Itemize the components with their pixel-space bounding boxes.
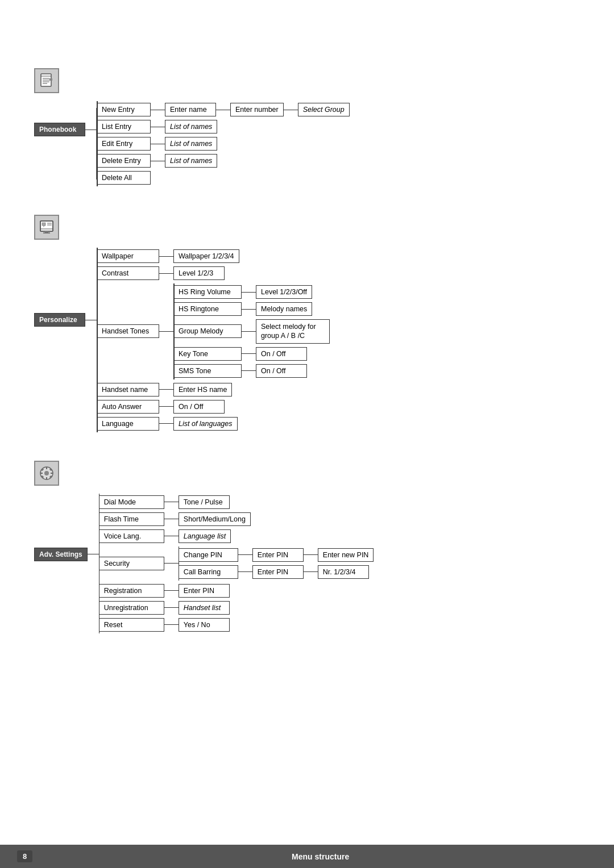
key-tone-node: Key Tone: [173, 347, 242, 361]
adv-settings-root-label: Adv. Settings: [34, 548, 88, 561]
phonebook-section: Phonebook New Entry Enter name Enter num…: [34, 68, 580, 186]
registration-enter-pin-node: Enter PIN: [179, 584, 230, 598]
nr-1234-node: Nr. 1/2/3/4: [318, 565, 369, 579]
voice-lang-node: Voice Lang.: [99, 529, 164, 543]
svg-rect-6: [49, 78, 52, 81]
change-pin-node: Change PIN: [179, 548, 238, 562]
sms-tone-node: SMS Tone: [173, 364, 242, 378]
contrast-node: Contrast: [97, 266, 159, 280]
enter-number-node: Enter number: [230, 103, 284, 116]
wallpaper-levels-node: Wallpaper 1/2/3/4: [173, 249, 239, 263]
edit-entry-node: Edit Entry: [97, 137, 151, 151]
auto-answer-onoff-node: On / Off: [173, 400, 225, 414]
wallpaper-node: Wallpaper: [97, 249, 159, 263]
svg-rect-8: [40, 221, 53, 231]
melody-names-node: Melody names: [256, 302, 312, 316]
svg-rect-20: [46, 477, 47, 479]
page-container: Phonebook New Entry Enter name Enter num…: [0, 0, 614, 696]
contrast-level-node: Level 1/2/3: [173, 266, 225, 280]
delete-entry-node: Delete Entry: [97, 154, 151, 168]
list-entry-names-node: List of names: [165, 120, 217, 133]
flash-time-node: Flash Time: [99, 512, 164, 526]
handset-list-node: Handset list: [179, 601, 230, 615]
edit-entry-names-node: List of names: [165, 137, 217, 151]
svg-text:P: P: [43, 225, 45, 228]
personalize-section: P Personalize Wallpaper Wallpaper 1/2/3/…: [34, 215, 580, 432]
select-melody-node: Select melody for group A / B /C: [256, 319, 330, 344]
hs-ring-volume-node: HS Ring Volume: [173, 285, 242, 299]
call-barring-enter-node: Enter PIN: [252, 565, 304, 579]
registration-node: Registration: [99, 584, 164, 598]
key-tone-onoff-node: On / Off: [256, 347, 307, 361]
phonebook-icon: [34, 68, 59, 93]
security-node: Security: [99, 557, 164, 570]
enter-name-node: Enter name: [165, 103, 216, 116]
svg-rect-22: [51, 473, 53, 474]
personalize-root-label: Personalize: [34, 313, 85, 327]
list-languages-node: List of languages: [173, 417, 238, 431]
new-entry-node: New Entry: [97, 103, 151, 116]
handset-name-node: Handset name: [97, 383, 159, 397]
call-barring-node: Call Barring: [179, 565, 238, 579]
language-list-node: Language list: [179, 529, 231, 543]
handset-tones-node: Handset Tones: [97, 324, 159, 338]
list-entry-node: List Entry: [97, 120, 151, 133]
hs-ring-level-node: Level 1/2/3/Off: [256, 285, 312, 299]
svg-rect-19: [46, 467, 47, 469]
short-medium-long-node: Short/Medium/Long: [179, 512, 251, 526]
hs-ringtone-node: HS Ringtone: [173, 302, 242, 316]
delete-all-node: Delete All: [97, 171, 151, 185]
sms-tone-onoff-node: On / Off: [256, 364, 307, 378]
reset-node: Reset: [99, 618, 164, 632]
change-pin-enter-node: Enter PIN: [252, 548, 304, 562]
phonebook-root-label: Phonebook: [34, 123, 85, 136]
unregistration-node: Unregistration: [99, 601, 164, 615]
personalize-icon: P: [34, 215, 59, 240]
footer-page-number: 8: [17, 850, 32, 862]
yes-no-node: Yes / No: [179, 618, 230, 632]
enter-new-pin-node: Enter new PIN: [318, 548, 374, 562]
dial-mode-node: Dial Mode: [99, 495, 164, 509]
adv-settings-icon: [34, 461, 59, 486]
language-node: Language: [97, 417, 159, 431]
select-group-node: Select Group: [298, 103, 350, 116]
svg-point-18: [44, 471, 49, 475]
svg-rect-21: [40, 473, 43, 474]
footer-title: Menu structure: [44, 852, 597, 861]
group-melody-node: Group Melody: [173, 324, 242, 338]
tone-pulse-node: Tone / Pulse: [179, 495, 230, 509]
auto-answer-node: Auto Answer: [97, 400, 159, 414]
enter-hs-name-node: Enter HS name: [173, 383, 232, 397]
adv-settings-section: Adv. Settings Dial Mode Tone / Pulse Fla…: [34, 461, 580, 633]
footer-bar: 8 Menu structure: [0, 845, 614, 868]
delete-entry-names-node: List of names: [165, 154, 217, 168]
